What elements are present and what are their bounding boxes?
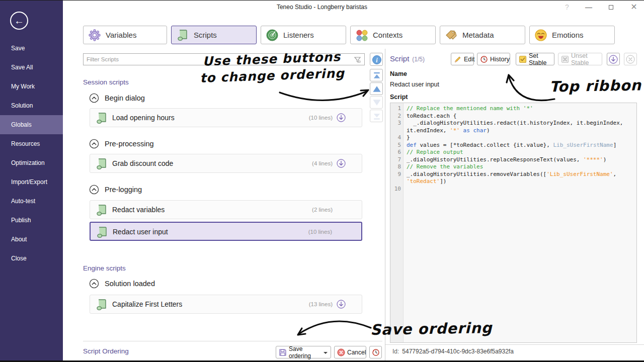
line-number: 10 [390,186,404,193]
group-begin-dialog[interactable]: Begin dialog [89,93,145,103]
group-pre-processing[interactable]: Pre-processing [89,139,154,149]
session-scripts-header: Session scripts [83,78,129,86]
panel-divider [385,49,385,360]
tab-variables[interactable]: Variables [83,26,167,44]
download-icon[interactable] [337,159,346,168]
sidebar-item-globals[interactable]: Globals [0,115,63,134]
script-detail-header: Script(1/5) [390,54,425,63]
script-ordering-label: Script Ordering [83,347,129,355]
sidebar-item-solution[interactable]: Solution [0,96,63,115]
sidebar-item-my-work[interactable]: My Work [0,77,63,96]
move-to-top-icon [371,70,382,81]
script-row-capitalize-first-letters[interactable]: Capitalize First Letters (13 lines) [90,295,362,314]
sidebar-item-optimization[interactable]: Optimization [0,153,63,172]
move-down-button[interactable] [370,96,383,109]
ordering-history-button[interactable] [369,346,382,358]
unset-stable-button[interactable]: Unset Stable [558,53,602,65]
sidebar-item-auto-test[interactable]: Auto-test [0,192,63,211]
circle-x-icon [626,55,635,64]
script-title: Redact user input [113,223,168,241]
back-button[interactable]: ← [10,12,28,30]
script-title: Capitalize First Letters [112,295,182,313]
floppy-disk-icon [279,348,287,356]
save-ordering-button[interactable]: Save ordering [276,346,331,358]
move-to-bottom-button[interactable] [370,110,383,122]
set-stable-button[interactable]: Set Stable [516,53,554,65]
annotation-top-ribbon: Top ribbon [549,76,642,95]
download-icon[interactable] [337,113,346,122]
group-label: Solution loaded [105,280,155,288]
cancel-button[interactable]: Cancel [334,346,366,358]
history-label: History [490,56,510,63]
tab-emotions[interactable]: Emotions [529,26,615,44]
tab-label: Metadata [462,31,494,39]
sidebar: ← Save Save All My Work Solution Globals… [0,1,63,360]
script-detail-title: Script [390,54,409,63]
edit-button[interactable]: Edit [451,53,474,65]
back-arrow-icon: ← [14,15,24,26]
line-count: (10 lines) [309,109,333,127]
divider [83,341,382,341]
tab-label: Contexts [373,31,403,39]
window-title: Teneo Studio - Longberry baristas [63,1,581,14]
line-number: 3 [390,120,404,134]
save-ordering-label: Save ordering [289,345,320,359]
download-script-button[interactable] [607,53,620,65]
download-icon[interactable] [337,300,346,309]
line-number: 8 [390,163,404,171]
script-row-redact-user-input[interactable]: Redact user input (10 lines) [90,222,362,241]
sidebar-item-about[interactable]: About [0,230,63,249]
script-id: Id:547792a5-d794-410c-9dc3-83e6f5a932fa [392,348,514,355]
line-count: (4 lines) [312,154,333,172]
filter-scripts-input[interactable] [87,54,348,64]
name-value: Redact user input [390,81,439,88]
tab-label: Variables [106,31,136,39]
clear-filter-icon[interactable] [354,56,362,64]
help-button[interactable]: ? [558,1,576,14]
smiley-icon [534,29,547,42]
line-number: 7 [390,156,404,164]
group-label: Pre-processing [105,140,154,148]
collapse-chevron-icon[interactable] [89,139,99,149]
radar-icon [266,29,279,42]
sidebar-item-import-export[interactable]: Import/Export [0,172,63,192]
info-button[interactable]: i [370,53,383,66]
tab-label: Scripts [194,31,217,39]
collapse-chevron-icon[interactable] [89,279,99,289]
sidebar-item-save[interactable]: Save [0,39,63,58]
tab-metadata[interactable]: Metadata [440,26,525,44]
collapse-chevron-icon[interactable] [89,185,99,195]
maximize-button[interactable] [602,1,619,14]
script-row-load-opening-hours[interactable]: Load opening hours (10 lines) [90,108,362,127]
script-scroll-icon [95,204,108,217]
delete-script-button[interactable] [624,53,637,65]
sidebar-item-close[interactable]: Close [0,249,63,268]
line-count: (13 lines) [309,295,333,313]
tab-label: Emotions [552,31,584,39]
group-solution-loaded[interactable]: Solution loaded [89,279,155,289]
group-pre-logging[interactable]: Pre-logging [89,185,142,195]
move-to-top-button[interactable] [370,69,383,81]
script-code-editor[interactable]: 1// Replace the mentioned name with '*' … [390,103,637,343]
tab-scripts[interactable]: Scripts [171,26,257,44]
title-bar: Teneo Studio - Longberry baristas ? — ✕ [63,1,644,14]
download-icon [609,55,618,64]
history-button[interactable]: History [477,53,510,65]
script-row-redact-variables[interactable]: Redact variables (2 lines) [90,200,362,219]
unset-stable-label: Unset Stable [571,52,602,66]
script-title: Redact variables [112,201,165,219]
tab-contexts[interactable]: Contexts [350,26,436,44]
tab-listeners[interactable]: Listeners [261,26,346,44]
move-up-button[interactable] [370,82,383,95]
id-label: Id: [392,348,399,355]
move-down-icon [371,98,382,108]
collapse-chevron-icon[interactable] [89,93,99,103]
close-button[interactable]: ✕ [625,1,642,14]
name-label: Name [390,70,407,77]
line-number: 1 [390,105,404,113]
script-row-grab-discount-code[interactable]: Grab discount code (4 lines) [90,154,362,173]
minimize-button[interactable]: — [580,1,597,14]
sidebar-item-publish[interactable]: Publish [0,211,63,230]
sidebar-item-resources[interactable]: Resources [0,134,63,153]
sidebar-item-save-all[interactable]: Save All [0,58,63,77]
